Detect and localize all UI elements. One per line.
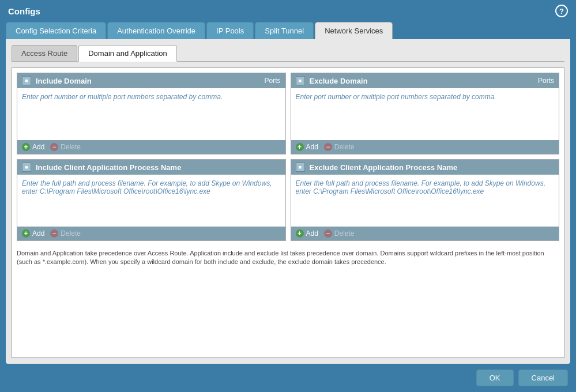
include-client-app-panel: ■ Include Client Application Process Nam… [17,159,286,241]
delete-icon-3: − [50,229,58,238]
delete-icon-2: − [324,143,332,151]
cancel-button[interactable]: Cancel [518,370,568,386]
exclude-domain-placeholder: Enter port number or multiple port numbe… [296,93,496,101]
client-app-row: ■ Include Client Application Process Nam… [17,159,559,241]
tab-domain-application[interactable]: Domain and Application [78,45,177,62]
exclude-domain-title: Exclude Domain [310,77,368,85]
exclude-client-app-add-button[interactable]: + Add [296,229,318,238]
exclude-domain-body[interactable]: Enter port number or multiple port numbe… [291,88,559,140]
include-domain-placeholder: Enter port number or multiple port numbe… [22,93,223,101]
exclude-domain-delete-button[interactable]: − Delete [324,143,355,151]
include-client-app-header: ■ Include Client Application Process Nam… [17,160,285,175]
tab-ip-pools[interactable]: IP Pools [206,22,254,39]
top-tab-bar: Config Selection Criteria Authentication… [0,22,576,39]
exclude-client-app-header: ■ Exclude Client Application Process Nam… [291,160,559,175]
add-icon-2: + [296,143,304,151]
tab-config-selection[interactable]: Config Selection Criteria [6,22,106,39]
exclude-domain-panel: ■ Exclude Domain Ports Enter port number… [291,73,560,154]
exclude-client-app-panel: ■ Exclude Client Application Process Nam… [291,159,560,241]
include-domain-ports-label: Ports [264,77,280,85]
exclude-domain-header: ■ Exclude Domain Ports [291,73,559,88]
include-domain-icon: ■ [22,76,31,85]
include-domain-add-button[interactable]: + Add [22,143,44,151]
tab-auth-override[interactable]: Authentication Override [107,22,205,39]
add-icon-3: + [22,229,30,238]
dialog-footer: OK Cancel [0,364,576,392]
include-domain-panel: ■ Include Domain Ports Enter port number… [17,73,286,154]
include-client-app-icon: ■ [22,163,31,172]
include-client-app-title: Include Client Application Process Name [36,163,181,172]
include-client-app-add-button[interactable]: + Add [22,229,44,238]
add-icon-4: + [296,229,304,238]
delete-icon-4: − [324,229,332,238]
ok-button[interactable]: OK [476,370,514,386]
include-domain-body[interactable]: Enter port number or multiple port numbe… [17,88,285,140]
include-domain-header: ■ Include Domain Ports [17,73,285,88]
footer-note: Domain and Application take precedence o… [17,249,559,267]
exclude-client-app-title: Exclude Client Application Process Name [310,163,458,172]
title-bar: Configs ? [0,0,576,22]
dialog-title: Configs [8,6,40,16]
include-client-app-delete-button[interactable]: − Delete [50,229,81,238]
exclude-domain-icon: ■ [296,76,305,85]
exclude-client-app-icon: ■ [296,163,305,172]
exclude-client-app-footer: + Add − Delete [291,227,559,240]
tab-access-route[interactable]: Access Route [12,45,77,61]
exclude-client-app-delete-button[interactable]: − Delete [324,229,355,238]
dialog: Configs ? Config Selection Criteria Auth… [0,0,576,392]
include-client-app-footer: + Add − Delete [17,227,285,240]
include-domain-delete-button[interactable]: − Delete [50,143,81,151]
exclude-client-app-placeholder: Enter the full path and process filename… [296,179,545,195]
exclude-domain-footer: + Add − Delete [291,140,559,154]
domain-row: ■ Include Domain Ports Enter port number… [17,73,559,154]
tab-network-services[interactable]: Network Services [315,22,393,39]
dialog-body: Access Route Domain and Application ■ In… [6,39,570,364]
exclude-client-app-body[interactable]: Enter the full path and process filename… [291,175,559,227]
include-domain-title: Include Domain [36,77,92,85]
add-icon: + [22,143,30,151]
tab-split-tunnel[interactable]: Split Tunnel [255,22,314,39]
include-client-app-body[interactable]: Enter the full path and process filename… [17,175,285,227]
delete-icon: − [50,143,58,151]
content-area: ■ Include Domain Ports Enter port number… [12,67,564,358]
exclude-domain-add-button[interactable]: + Add [296,143,318,151]
inner-tab-bar: Access Route Domain and Application [12,45,564,62]
include-client-app-placeholder: Enter the full path and process filename… [22,179,272,195]
include-domain-footer: + Add − Delete [17,140,285,154]
exclude-domain-ports-label: Ports [538,77,554,85]
help-icon[interactable]: ? [555,5,568,17]
